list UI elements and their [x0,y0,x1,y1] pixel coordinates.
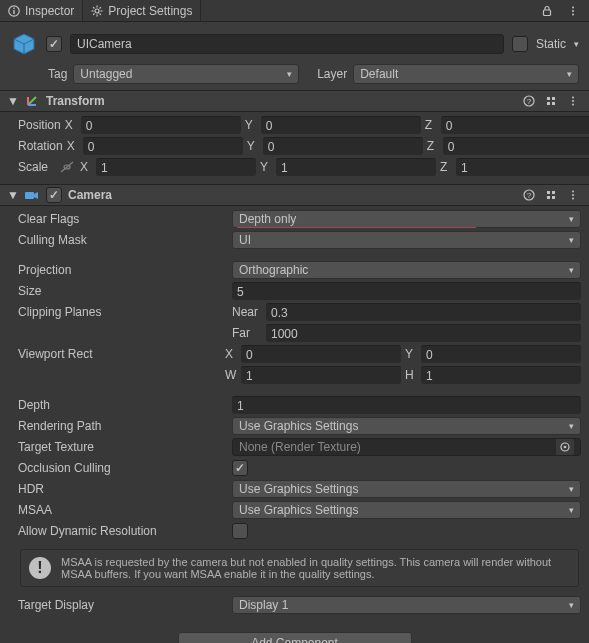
object-picker-icon[interactable] [556,439,574,455]
position-y-input[interactable] [261,116,421,134]
viewport-x-input[interactable] [241,345,401,363]
viewport-w-input[interactable] [241,366,401,384]
axis-x: X [65,118,77,132]
scale-y-input[interactable] [276,158,436,176]
viewport-h-input[interactable] [421,366,581,384]
msaa-help-box: ! MSAA is requested by the camera but no… [20,549,579,587]
rotation-x-input[interactable] [83,137,243,155]
chevron-down-icon: ▾ [569,235,574,245]
far-label: Far [232,326,262,340]
tab-inspector[interactable]: Inspector [0,0,83,21]
target-texture-field[interactable]: None (Render Texture) [232,438,581,456]
viewport-label: Viewport Rect [18,347,221,361]
gameobject-enabled-checkbox[interactable] [46,36,62,52]
foldout-icon[interactable]: ▼ [8,94,18,108]
tab-inspector-label: Inspector [25,4,74,18]
rendering-path-dropdown[interactable]: Use Graphics Settings▾ [232,417,581,435]
help-icon[interactable]: ? [521,187,537,203]
rotation-label: Rotation [18,139,63,153]
dynres-label: Allow Dynamic Resolution [18,524,228,538]
svg-point-41 [572,198,574,200]
svg-point-43 [564,446,567,449]
camera-icon [24,187,40,203]
clear-flags-dropdown[interactable]: Depth only▾ [232,210,581,228]
rotation-z-input[interactable] [443,137,589,155]
tab-menu-icon[interactable] [565,3,581,19]
svg-line-30 [61,162,73,172]
svg-rect-36 [552,191,555,194]
menu-icon[interactable] [565,93,581,109]
position-z-input[interactable] [441,116,589,134]
chevron-down-icon: ▾ [569,484,574,494]
near-label: Near [232,305,262,319]
tab-bar: Inspector Project Settings [0,0,589,22]
near-input[interactable] [266,303,581,321]
svg-point-14 [572,10,574,12]
lock-icon[interactable] [539,3,555,19]
preset-icon[interactable] [543,187,559,203]
position-x-input[interactable] [81,116,241,134]
depth-input[interactable] [232,396,581,414]
preset-icon[interactable] [543,93,559,109]
scale-x-input[interactable] [96,158,256,176]
layer-value: Default [360,67,398,81]
tab-project-settings[interactable]: Project Settings [83,0,201,21]
clear-flags-label: Clear Flags [18,212,228,226]
transform-header[interactable]: ▼ Transform ? [0,90,589,112]
rotation-y-input[interactable] [263,137,423,155]
scale-z-input[interactable] [456,158,589,176]
static-label: Static [536,37,566,51]
warning-icon: ! [29,557,51,579]
svg-text:?: ? [527,191,532,200]
culling-mask-dropdown[interactable]: UI▾ [232,231,581,249]
msaa-help-text: MSAA is requested by the camera but not … [61,556,570,580]
svg-point-29 [572,104,574,106]
camera-header[interactable]: ▼ Camera ? [0,184,589,206]
static-dropdown-icon[interactable]: ▾ [574,39,579,49]
viewport-y-input[interactable] [421,345,581,363]
tab-project-settings-label: Project Settings [108,4,192,18]
hdr-label: HDR [18,482,228,496]
add-component-button[interactable]: Add Component [178,632,412,643]
svg-text:?: ? [527,97,532,106]
gameobject-icon[interactable] [10,30,38,58]
gameobject-name-input[interactable] [70,34,504,54]
svg-line-8 [93,7,94,8]
svg-point-39 [572,191,574,193]
dynres-checkbox[interactable] [232,523,248,539]
tag-dropdown[interactable]: Untagged ▾ [73,64,299,84]
menu-icon[interactable] [565,187,581,203]
svg-rect-25 [547,102,550,105]
link-scale-icon[interactable] [60,161,74,173]
axis-z: Z [425,118,437,132]
target-display-dropdown[interactable]: Display 1▾ [232,596,581,614]
msaa-dropdown[interactable]: Use Graphics Settings▾ [232,501,581,519]
foldout-icon[interactable]: ▼ [8,188,18,202]
tag-label: Tag [48,67,67,81]
gear-icon [91,5,103,17]
size-input[interactable] [232,282,581,300]
layer-label: Layer [317,67,347,81]
camera-enabled-checkbox[interactable] [46,187,62,203]
hdr-dropdown[interactable]: Use Graphics Settings▾ [232,480,581,498]
far-input[interactable] [266,324,581,342]
position-label: Position [18,118,61,132]
svg-line-9 [100,13,101,14]
occlusion-checkbox[interactable] [232,460,248,476]
svg-rect-23 [547,97,550,100]
projection-dropdown[interactable]: Orthographic▾ [232,261,581,279]
transform-body: Position X Y Z Rotation X Y Z Scale X Y … [0,112,589,184]
static-checkbox[interactable] [512,36,528,52]
layer-dropdown[interactable]: Default ▾ [353,64,579,84]
rendering-path-label: Rendering Path [18,419,228,433]
chevron-down-icon: ▾ [569,505,574,515]
svg-line-11 [100,7,101,8]
chevron-down-icon: ▾ [569,214,574,224]
help-icon[interactable]: ? [521,93,537,109]
svg-point-13 [572,6,574,8]
chevron-down-icon: ▾ [287,69,292,79]
target-texture-label: Target Texture [18,440,228,454]
svg-rect-37 [547,196,550,199]
transform-title: Transform [46,94,105,108]
chevron-down-icon: ▾ [567,69,572,79]
